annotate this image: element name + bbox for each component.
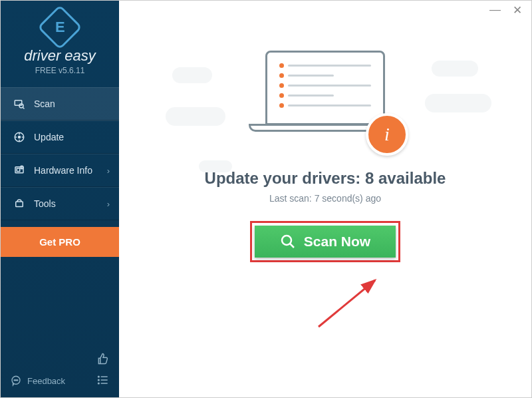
hardware-icon: i — [13, 164, 26, 177]
svg-point-18 — [98, 383, 100, 384]
chevron-right-icon: › — [107, 166, 110, 176]
svg-rect-0 — [15, 100, 22, 106]
update-icon — [13, 130, 26, 144]
list-icon[interactable] — [96, 373, 110, 387]
svg-rect-6 — [17, 168, 20, 172]
tools-icon — [13, 197, 26, 210]
svg-point-13 — [17, 380, 18, 381]
feedback-label: Feedback — [27, 376, 65, 386]
scan-now-label: Scan Now — [304, 234, 370, 250]
svg-line-22 — [319, 280, 375, 327]
svg-line-21 — [290, 244, 294, 248]
svg-point-20 — [282, 236, 291, 245]
nav: Scan Update i Hardware Inf — [1, 87, 119, 257]
chevron-right-icon: › — [107, 199, 110, 209]
minimize-button[interactable]: — — [489, 3, 501, 17]
svg-point-16 — [98, 379, 100, 381]
app-version: FREE v5.6.11 — [1, 66, 119, 75]
svg-point-14 — [98, 376, 100, 377]
laptop-illustration: i — [239, 51, 412, 150]
sidebar: driver easy FREE v5.6.11 Scan U — [1, 1, 119, 397]
scan-now-button[interactable]: Scan Now — [255, 226, 396, 258]
sidebar-item-label: Hardware Info — [34, 165, 92, 176]
sidebar-item-hardware-info[interactable]: i Hardware Info › — [1, 154, 119, 187]
chat-icon — [10, 375, 22, 387]
main-content: i Update your drivers: 8 available Last … — [119, 1, 531, 397]
get-pro-button[interactable]: Get PRO — [1, 227, 119, 257]
svg-point-4 — [19, 136, 21, 138]
sidebar-item-label: Scan — [34, 99, 55, 109]
app-logo-icon — [37, 5, 82, 50]
search-icon — [280, 234, 296, 250]
sidebar-item-label: Update — [34, 132, 64, 142]
thumbs-up-icon[interactable] — [96, 352, 110, 365]
get-pro-label: Get PRO — [39, 236, 80, 248]
scan-icon — [13, 97, 26, 110]
app-name: driver easy — [1, 47, 119, 65]
last-scan-text: Last scan: 7 second(s) ago — [269, 193, 381, 204]
svg-rect-9 — [16, 202, 23, 207]
sidebar-item-label: Tools — [34, 198, 56, 209]
feedback-button[interactable]: Feedback — [10, 375, 65, 387]
info-icon: i — [366, 113, 408, 156]
svg-line-2 — [23, 107, 24, 108]
sidebar-item-tools[interactable]: Tools › — [1, 187, 119, 220]
annotation-highlight: Scan Now — [250, 221, 400, 262]
headline: Update your drivers: 8 available — [205, 169, 446, 188]
sidebar-item-scan[interactable]: Scan — [1, 87, 119, 120]
sidebar-item-update[interactable]: Update — [1, 120, 119, 154]
close-button[interactable]: ✕ — [513, 3, 522, 17]
annotation-arrow — [312, 274, 392, 340]
svg-point-12 — [15, 380, 16, 381]
app-logo-area: driver easy FREE v5.6.11 — [1, 1, 119, 83]
svg-point-11 — [14, 380, 15, 381]
available-count: 8 — [365, 169, 374, 187]
